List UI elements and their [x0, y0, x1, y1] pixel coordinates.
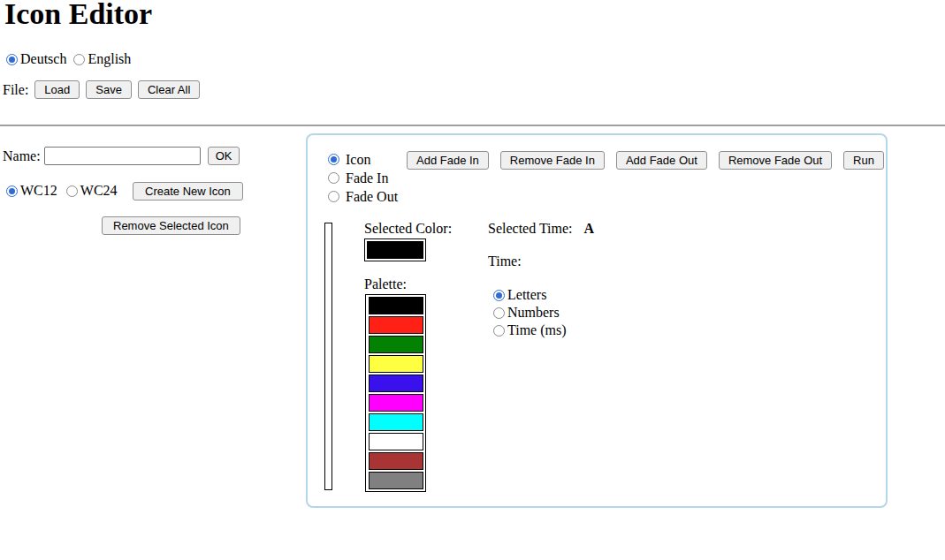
radio-numbers-label: Numbers — [507, 305, 560, 321]
save-button[interactable]: Save — [86, 80, 132, 99]
radio-icon-mode[interactable] — [328, 154, 339, 165]
divider — [0, 125, 945, 126]
radio-fade-out-mode[interactable] — [328, 191, 339, 202]
language-selector: Deutsch English — [6, 51, 131, 67]
radio-time-ms-label: Time (ms) — [507, 322, 567, 338]
radio-numbers[interactable] — [493, 307, 505, 319]
radio-fade-in-mode[interactable] — [328, 172, 339, 184]
palette-label: Palette: — [364, 276, 407, 292]
add-fade-in-button[interactable]: Add Fade In — [407, 151, 489, 170]
selected-color-fill — [367, 241, 423, 259]
radio-english[interactable] — [73, 54, 85, 65]
radio-wc24[interactable] — [66, 185, 78, 197]
radio-deutsch[interactable] — [6, 54, 18, 65]
radio-letters[interactable] — [493, 290, 505, 301]
fade-button-row: Add Fade In Remove Fade In Add Fade Out … — [407, 151, 884, 170]
radio-fade-in-mode-label: Fade In — [346, 170, 388, 186]
radio-wc24-label: WC24 — [80, 183, 118, 199]
radio-english-label: English — [88, 51, 131, 67]
name-row: Name: OK — [3, 147, 240, 165]
time-mode-selector: Letters Numbers Time (ms) — [493, 286, 567, 339]
radio-wc12[interactable] — [6, 185, 18, 197]
ok-button[interactable]: OK — [208, 147, 240, 165]
palette-swatch-white[interactable] — [369, 433, 423, 450]
time-row-letters: Letters — [493, 286, 567, 304]
palette-swatch-cyan[interactable] — [369, 413, 423, 431]
name-input[interactable] — [44, 147, 201, 165]
palette-swatch-green[interactable] — [369, 336, 423, 353]
radio-time-ms[interactable] — [493, 325, 505, 337]
icon-preview-strip[interactable] — [324, 223, 332, 490]
palette-swatch-black[interactable] — [369, 297, 423, 314]
run-button[interactable]: Run — [843, 151, 884, 170]
name-label: Name: — [3, 148, 41, 164]
mode-row-fade-out: Fade Out — [328, 187, 398, 206]
remove-fade-in-button[interactable]: Remove Fade In — [500, 151, 605, 170]
palette-swatch-brown[interactable] — [369, 452, 423, 470]
time-row-numbers: Numbers — [493, 304, 567, 322]
palette-swatch-gray[interactable] — [369, 472, 423, 489]
editor-panel: Icon Fade In Fade Out Add Fade In Remove… — [306, 133, 888, 508]
palette-swatch-blue[interactable] — [369, 375, 423, 392]
palette — [365, 294, 426, 492]
create-new-icon-button[interactable]: Create New Icon — [133, 182, 243, 201]
radio-icon-mode-label: Icon — [346, 152, 370, 168]
radio-letters-label: Letters — [507, 287, 546, 303]
load-button[interactable]: Load — [34, 80, 80, 99]
selected-time-value: A — [584, 221, 595, 236]
palette-swatch-magenta[interactable] — [369, 394, 423, 412]
add-fade-out-button[interactable]: Add Fade Out — [616, 151, 707, 170]
time-label: Time: — [488, 254, 522, 269]
palette-swatch-red[interactable] — [369, 316, 423, 334]
file-toolbar: File: Load Save Clear All — [3, 80, 200, 99]
radio-wc12-label: WC12 — [20, 183, 57, 199]
mode-row-fade-in: Fade In — [328, 169, 398, 187]
selected-color-swatch — [364, 238, 426, 261]
palette-swatch-yellow[interactable] — [369, 355, 423, 373]
file-label: File: — [3, 82, 28, 98]
selected-color-label: Selected Color: — [364, 221, 452, 237]
mode-row-icon: Icon — [328, 150, 398, 169]
selected-time-label: Selected Time: — [488, 221, 573, 236]
remove-fade-out-button[interactable]: Remove Fade Out — [719, 151, 832, 170]
selected-time-row: Selected Time: A — [488, 221, 594, 237]
icon-editor-app: Icon Editor Deutsch English File: Load S… — [0, 0, 945, 560]
radio-fade-out-mode-label: Fade Out — [346, 189, 398, 205]
page-title: Icon Editor — [4, 0, 152, 32]
icon-type-row: WC12 WC24 — [6, 183, 118, 199]
remove-selected-icon-button[interactable]: Remove Selected Icon — [102, 216, 240, 235]
radio-deutsch-label: Deutsch — [20, 51, 66, 67]
time-row-time-ms: Time (ms) — [493, 322, 567, 339]
clear-all-button[interactable]: Clear All — [138, 80, 200, 99]
mode-selector: Icon Fade In Fade Out — [328, 150, 398, 206]
